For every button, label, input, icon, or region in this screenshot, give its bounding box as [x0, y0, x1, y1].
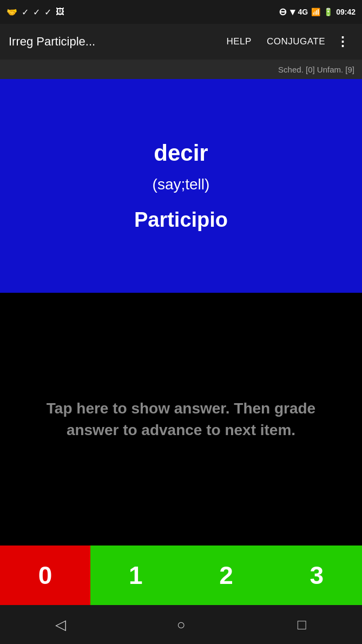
minus-circle-icon: ⊖ — [279, 6, 287, 18]
more-options-button[interactable]: ⋮ — [333, 30, 353, 54]
battery-icon: 🔋 — [324, 8, 333, 16]
grade-label-3: 3 — [310, 561, 324, 590]
verb-meaning: (say;tell) — [153, 176, 210, 193]
status-right-icons: ⊖ ▾ 4G 📶 🔋 09:42 — [279, 6, 356, 18]
sub-header: Sched. [0] Unfam. [9] — [0, 60, 362, 79]
home-icon: ○ — [177, 616, 186, 633]
help-button[interactable]: HELP — [219, 32, 259, 51]
status-left-icons: 🤝 ✓ ✓ ✓ 🖼 — [6, 7, 64, 17]
time-display: 09:42 — [336, 8, 356, 16]
grade-label-2: 2 — [219, 561, 233, 590]
image-icon: 🖼 — [56, 7, 64, 17]
schedule-info: Sched. [0] Unfam. [9] — [278, 65, 354, 74]
check-icon-1: ✓ — [22, 7, 29, 17]
grade-button-3[interactable]: 3 — [272, 546, 362, 605]
wifi-icon: ▾ — [290, 6, 295, 18]
grade-buttons-container: 0 1 2 3 — [0, 546, 362, 605]
check-icon-2: ✓ — [33, 7, 40, 17]
nav-back-button[interactable]: ◁ — [39, 611, 82, 638]
card-area: decir (say;tell) Participio — [0, 79, 362, 293]
conjugate-button[interactable]: CONJUGATE — [259, 32, 333, 51]
grade-button-0[interactable]: 0 — [0, 546, 90, 605]
nav-home-button[interactable]: ○ — [160, 611, 203, 638]
back-icon: ◁ — [55, 616, 66, 633]
check-icon-3: ✓ — [44, 7, 51, 17]
grade-label-1: 1 — [129, 561, 143, 590]
grade-button-1[interactable]: 1 — [90, 546, 181, 605]
app-title: Irreg Participle... — [9, 35, 219, 49]
nav-recents-button[interactable]: □ — [280, 611, 324, 638]
recents-icon: □ — [298, 616, 306, 633]
answer-area[interactable]: Tap here to show answer. Then grade answ… — [0, 293, 362, 546]
app-bar: Irreg Participle... HELP CONJUGATE ⋮ — [0, 24, 362, 60]
grade-label-0: 0 — [38, 561, 52, 590]
nav-bar: ◁ ○ □ — [0, 605, 362, 644]
answer-prompt: Tap here to show answer. Then grade answ… — [22, 398, 340, 440]
verb-form: Participio — [134, 208, 228, 232]
verb-name: decir — [154, 140, 208, 166]
status-bar: 🤝 ✓ ✓ ✓ 🖼 ⊖ ▾ 4G 📶 🔋 09:42 — [0, 0, 362, 24]
grade-button-2[interactable]: 2 — [181, 546, 272, 605]
network-label: 4G — [298, 8, 308, 16]
handshake-icon: 🤝 — [6, 7, 17, 17]
signal-icon: 📶 — [311, 8, 320, 16]
